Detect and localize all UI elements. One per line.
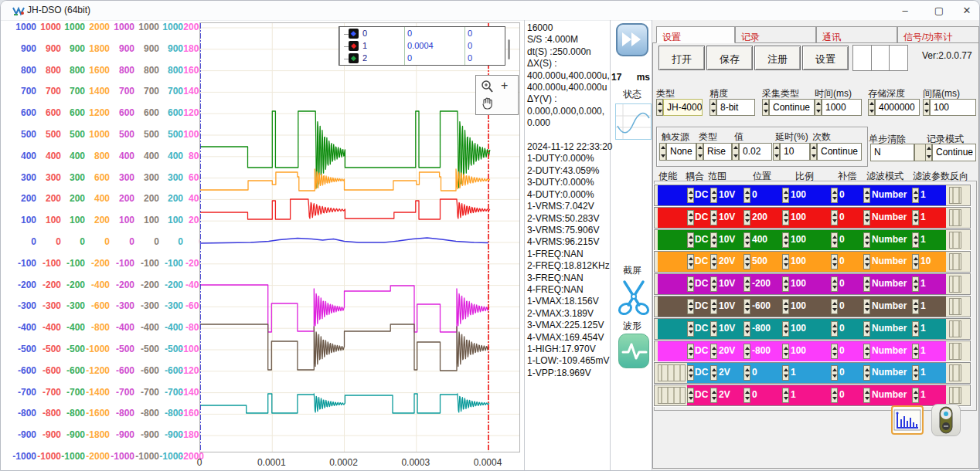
spin-up-icon[interactable] [832,302,837,305]
trigger-field-spinner[interactable] [810,143,817,161]
spin-down-icon[interactable] [745,308,750,311]
channel-position-value[interactable]: -800 [752,345,771,356]
spin-down-icon[interactable] [865,242,869,245]
spin-up-icon[interactable] [745,235,750,239]
channel-scale-value[interactable]: 100 [791,212,806,222]
channel-range-spinner[interactable] [710,299,717,314]
channel-coupling-value[interactable]: DC [695,323,708,334]
channel-range-spinner[interactable] [710,344,717,359]
spin-up-icon[interactable] [712,257,716,260]
channel-comp-value[interactable]: 0 [839,234,845,245]
channel-position-spinner[interactable] [744,254,750,269]
channel-filter_param-value[interactable]: 10 [920,256,931,266]
channel-filter_mode-value[interactable]: Number [872,256,907,266]
spin-down-icon[interactable] [832,330,837,334]
spin-up-icon[interactable] [914,391,918,394]
spin-up-icon[interactable] [711,102,716,105]
channel-range-value[interactable]: 10V [719,189,735,200]
channel-position-value[interactable]: 0 [752,367,757,378]
spin-down-icon[interactable] [745,263,750,266]
spin-up-icon[interactable] [914,191,918,194]
channel-filter_mode-value[interactable]: Number [872,389,907,400]
spin-up-icon[interactable] [698,146,703,149]
spin-down-icon[interactable] [712,263,716,266]
spin-down-icon[interactable] [784,219,788,222]
acq-field-input[interactable]: 100 [930,99,976,116]
channel-row-6[interactable]: DC10V-6001000Number1 [654,296,971,317]
channel-range-value[interactable]: 20V [719,256,735,266]
channel-range-spinner[interactable] [710,388,717,403]
channel-scale-value[interactable]: 1 [791,389,796,400]
spin-up-icon[interactable] [745,324,750,327]
spin-down-icon[interactable] [689,242,693,245]
channel-scale-spinner[interactable] [782,276,789,292]
spin-up-icon[interactable] [661,146,665,149]
channel-coupling-spinner[interactable] [687,254,694,269]
channel-coupling-spinner[interactable] [687,210,694,225]
spin-up-icon[interactable] [712,302,716,305]
spin-down-icon[interactable] [712,286,716,289]
spin-down-icon[interactable] [689,219,693,222]
spin-down-icon[interactable] [924,110,929,113]
channel-scale-spinner[interactable] [782,188,789,203]
channel-filter_param-spinner[interactable] [912,344,919,359]
channel-comp-spinner[interactable] [831,188,838,203]
channel-filter_param-value[interactable]: 1 [920,389,926,400]
channel-position-spinner[interactable] [744,321,750,337]
acq-field-input[interactable]: 8-bit [716,99,755,116]
spin-down-icon[interactable] [812,154,816,158]
minimize-button[interactable]: – [892,1,918,20]
spin-down-icon[interactable] [784,263,788,266]
spin-down-icon[interactable] [832,286,837,289]
spin-up-icon[interactable] [745,213,750,216]
channel-row-5[interactable]: DC10V-2001000Number1 [654,273,971,295]
tab-signal-power[interactable]: 信号/功率计 [897,26,979,43]
channel-filter_param-spinner[interactable] [912,254,919,269]
channel-row-3[interactable]: DC10V4001000Number1 [654,229,971,251]
spin-down-icon[interactable] [658,110,662,113]
spin-down-icon[interactable] [869,110,874,113]
trigger-field-spinner[interactable] [696,143,703,161]
spin-down-icon[interactable] [865,353,869,356]
spin-down-icon[interactable] [816,110,821,113]
channel-position-value[interactable]: 0 [752,389,757,400]
spin-down-icon[interactable] [712,308,716,311]
spin-up-icon[interactable] [712,235,716,239]
channel-position-spinner[interactable] [744,232,750,248]
channel-position-value[interactable]: -200 [752,278,771,289]
channel-range-value[interactable]: 10V [719,278,735,289]
acq-field-input[interactable]: 1000 [822,99,862,116]
spin-up-icon[interactable] [865,257,869,260]
spin-down-icon[interactable] [865,374,869,378]
channel-comp-spinner[interactable] [831,210,838,225]
record-mode-spinner[interactable] [925,144,932,161]
spin-up-icon[interactable] [832,347,837,350]
spin-up-icon[interactable] [784,213,788,216]
channel-coupling-value[interactable]: DC [695,367,708,378]
spin-down-icon[interactable] [698,154,703,158]
channel-scale-value[interactable]: 100 [791,234,806,245]
channel-invert-toggle[interactable] [949,343,961,360]
acq-field-input[interactable]: 4000000 [875,99,920,116]
channel-filter_param-value[interactable]: 1 [920,345,926,356]
channel-filter_mode-spinner[interactable] [863,188,870,203]
spin-down-icon[interactable] [689,197,693,200]
channel-position-spinner[interactable] [744,210,750,225]
acq-field-input[interactable]: JH-4000A [663,99,703,116]
spin-up-icon[interactable] [784,257,788,260]
spin-down-icon[interactable] [689,397,693,400]
spin-up-icon[interactable] [914,280,918,283]
channel-filter_param-spinner[interactable] [912,210,919,225]
spin-down-icon[interactable] [745,197,750,200]
spin-down-icon[interactable] [914,286,918,289]
spin-up-icon[interactable] [865,235,869,239]
save-button[interactable]: 保存 [706,46,753,70]
spin-down-icon[interactable] [712,197,716,200]
channel-coupling-spinner[interactable] [687,276,694,292]
register-button[interactable]: 注册 [754,46,801,70]
channel-filter_param-spinner[interactable] [912,188,919,203]
channel-filter_mode-spinner[interactable] [863,276,870,292]
spin-up-icon[interactable] [712,324,716,327]
channel-coupling-value[interactable]: DC [695,389,708,400]
spin-up-icon[interactable] [924,102,929,105]
